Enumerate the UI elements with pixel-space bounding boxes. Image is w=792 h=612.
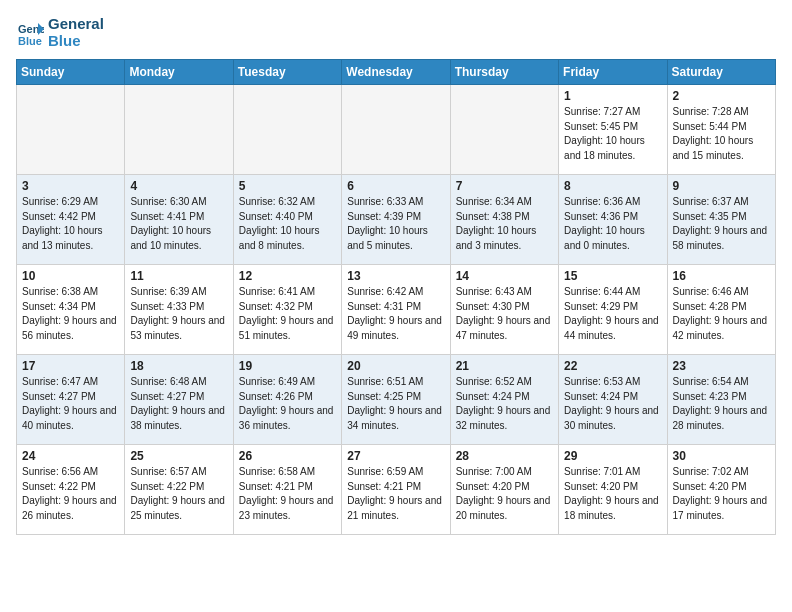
calendar-cell: 1Sunrise: 7:27 AM Sunset: 5:45 PM Daylig…	[559, 85, 667, 175]
weekday-header: Thursday	[450, 60, 558, 85]
day-number: 16	[673, 269, 770, 283]
day-number: 18	[130, 359, 227, 373]
day-number: 28	[456, 449, 553, 463]
calendar-cell: 13Sunrise: 6:42 AM Sunset: 4:31 PM Dayli…	[342, 265, 450, 355]
weekday-header: Wednesday	[342, 60, 450, 85]
day-info: Sunrise: 6:59 AM Sunset: 4:21 PM Dayligh…	[347, 465, 444, 523]
weekday-header: Monday	[125, 60, 233, 85]
calendar-cell: 12Sunrise: 6:41 AM Sunset: 4:32 PM Dayli…	[233, 265, 341, 355]
day-number: 3	[22, 179, 119, 193]
day-info: Sunrise: 6:49 AM Sunset: 4:26 PM Dayligh…	[239, 375, 336, 433]
calendar-cell	[125, 85, 233, 175]
calendar-cell: 15Sunrise: 6:44 AM Sunset: 4:29 PM Dayli…	[559, 265, 667, 355]
day-number: 14	[456, 269, 553, 283]
day-number: 12	[239, 269, 336, 283]
day-info: Sunrise: 6:47 AM Sunset: 4:27 PM Dayligh…	[22, 375, 119, 433]
calendar-cell: 4Sunrise: 6:30 AM Sunset: 4:41 PM Daylig…	[125, 175, 233, 265]
day-info: Sunrise: 6:30 AM Sunset: 4:41 PM Dayligh…	[130, 195, 227, 253]
day-number: 27	[347, 449, 444, 463]
day-number: 13	[347, 269, 444, 283]
day-info: Sunrise: 7:28 AM Sunset: 5:44 PM Dayligh…	[673, 105, 770, 163]
calendar-cell: 18Sunrise: 6:48 AM Sunset: 4:27 PM Dayli…	[125, 355, 233, 445]
day-info: Sunrise: 6:58 AM Sunset: 4:21 PM Dayligh…	[239, 465, 336, 523]
calendar-week-row: 1Sunrise: 7:27 AM Sunset: 5:45 PM Daylig…	[17, 85, 776, 175]
logo-text: General Blue	[48, 16, 104, 49]
day-info: Sunrise: 6:29 AM Sunset: 4:42 PM Dayligh…	[22, 195, 119, 253]
calendar-cell: 8Sunrise: 6:36 AM Sunset: 4:36 PM Daylig…	[559, 175, 667, 265]
day-number: 7	[456, 179, 553, 193]
weekday-header: Tuesday	[233, 60, 341, 85]
calendar-week-row: 3Sunrise: 6:29 AM Sunset: 4:42 PM Daylig…	[17, 175, 776, 265]
calendar-cell: 28Sunrise: 7:00 AM Sunset: 4:20 PM Dayli…	[450, 445, 558, 535]
day-info: Sunrise: 6:52 AM Sunset: 4:24 PM Dayligh…	[456, 375, 553, 433]
day-number: 24	[22, 449, 119, 463]
day-info: Sunrise: 6:51 AM Sunset: 4:25 PM Dayligh…	[347, 375, 444, 433]
calendar-cell: 7Sunrise: 6:34 AM Sunset: 4:38 PM Daylig…	[450, 175, 558, 265]
day-number: 5	[239, 179, 336, 193]
weekday-header: Friday	[559, 60, 667, 85]
day-number: 23	[673, 359, 770, 373]
calendar-cell	[450, 85, 558, 175]
day-info: Sunrise: 6:42 AM Sunset: 4:31 PM Dayligh…	[347, 285, 444, 343]
day-number: 21	[456, 359, 553, 373]
day-info: Sunrise: 6:57 AM Sunset: 4:22 PM Dayligh…	[130, 465, 227, 523]
calendar-cell: 21Sunrise: 6:52 AM Sunset: 4:24 PM Dayli…	[450, 355, 558, 445]
calendar-cell: 6Sunrise: 6:33 AM Sunset: 4:39 PM Daylig…	[342, 175, 450, 265]
header: General Blue General Blue	[16, 16, 776, 49]
day-info: Sunrise: 6:44 AM Sunset: 4:29 PM Dayligh…	[564, 285, 661, 343]
day-number: 20	[347, 359, 444, 373]
day-number: 10	[22, 269, 119, 283]
weekday-header: Sunday	[17, 60, 125, 85]
day-info: Sunrise: 7:27 AM Sunset: 5:45 PM Dayligh…	[564, 105, 661, 163]
calendar-cell: 3Sunrise: 6:29 AM Sunset: 4:42 PM Daylig…	[17, 175, 125, 265]
day-info: Sunrise: 6:37 AM Sunset: 4:35 PM Dayligh…	[673, 195, 770, 253]
day-info: Sunrise: 6:38 AM Sunset: 4:34 PM Dayligh…	[22, 285, 119, 343]
calendar-table: SundayMondayTuesdayWednesdayThursdayFrid…	[16, 59, 776, 535]
calendar-header-row: SundayMondayTuesdayWednesdayThursdayFrid…	[17, 60, 776, 85]
day-info: Sunrise: 6:53 AM Sunset: 4:24 PM Dayligh…	[564, 375, 661, 433]
calendar-cell	[233, 85, 341, 175]
day-number: 11	[130, 269, 227, 283]
day-number: 2	[673, 89, 770, 103]
calendar-cell: 14Sunrise: 6:43 AM Sunset: 4:30 PM Dayli…	[450, 265, 558, 355]
calendar-week-row: 10Sunrise: 6:38 AM Sunset: 4:34 PM Dayli…	[17, 265, 776, 355]
calendar-cell	[342, 85, 450, 175]
calendar-week-row: 17Sunrise: 6:47 AM Sunset: 4:27 PM Dayli…	[17, 355, 776, 445]
day-info: Sunrise: 6:48 AM Sunset: 4:27 PM Dayligh…	[130, 375, 227, 433]
calendar-cell: 27Sunrise: 6:59 AM Sunset: 4:21 PM Dayli…	[342, 445, 450, 535]
day-number: 6	[347, 179, 444, 193]
calendar-cell: 25Sunrise: 6:57 AM Sunset: 4:22 PM Dayli…	[125, 445, 233, 535]
day-info: Sunrise: 6:33 AM Sunset: 4:39 PM Dayligh…	[347, 195, 444, 253]
day-number: 29	[564, 449, 661, 463]
day-info: Sunrise: 6:56 AM Sunset: 4:22 PM Dayligh…	[22, 465, 119, 523]
day-number: 9	[673, 179, 770, 193]
calendar-cell: 16Sunrise: 6:46 AM Sunset: 4:28 PM Dayli…	[667, 265, 775, 355]
day-info: Sunrise: 6:41 AM Sunset: 4:32 PM Dayligh…	[239, 285, 336, 343]
day-number: 15	[564, 269, 661, 283]
day-number: 1	[564, 89, 661, 103]
calendar-cell: 30Sunrise: 7:02 AM Sunset: 4:20 PM Dayli…	[667, 445, 775, 535]
day-info: Sunrise: 6:54 AM Sunset: 4:23 PM Dayligh…	[673, 375, 770, 433]
day-info: Sunrise: 6:36 AM Sunset: 4:36 PM Dayligh…	[564, 195, 661, 253]
calendar-cell: 23Sunrise: 6:54 AM Sunset: 4:23 PM Dayli…	[667, 355, 775, 445]
calendar-week-row: 24Sunrise: 6:56 AM Sunset: 4:22 PM Dayli…	[17, 445, 776, 535]
calendar-cell: 29Sunrise: 7:01 AM Sunset: 4:20 PM Dayli…	[559, 445, 667, 535]
logo: General Blue General Blue	[16, 16, 104, 49]
calendar-cell: 24Sunrise: 6:56 AM Sunset: 4:22 PM Dayli…	[17, 445, 125, 535]
calendar-cell: 17Sunrise: 6:47 AM Sunset: 4:27 PM Dayli…	[17, 355, 125, 445]
day-number: 8	[564, 179, 661, 193]
calendar-cell: 5Sunrise: 6:32 AM Sunset: 4:40 PM Daylig…	[233, 175, 341, 265]
weekday-header: Saturday	[667, 60, 775, 85]
calendar-cell: 2Sunrise: 7:28 AM Sunset: 5:44 PM Daylig…	[667, 85, 775, 175]
day-info: Sunrise: 6:34 AM Sunset: 4:38 PM Dayligh…	[456, 195, 553, 253]
day-number: 26	[239, 449, 336, 463]
day-info: Sunrise: 6:43 AM Sunset: 4:30 PM Dayligh…	[456, 285, 553, 343]
calendar-cell: 9Sunrise: 6:37 AM Sunset: 4:35 PM Daylig…	[667, 175, 775, 265]
day-info: Sunrise: 6:32 AM Sunset: 4:40 PM Dayligh…	[239, 195, 336, 253]
calendar-cell: 19Sunrise: 6:49 AM Sunset: 4:26 PM Dayli…	[233, 355, 341, 445]
day-info: Sunrise: 6:39 AM Sunset: 4:33 PM Dayligh…	[130, 285, 227, 343]
day-info: Sunrise: 6:46 AM Sunset: 4:28 PM Dayligh…	[673, 285, 770, 343]
calendar-body: 1Sunrise: 7:27 AM Sunset: 5:45 PM Daylig…	[17, 85, 776, 535]
calendar-cell	[17, 85, 125, 175]
logo-icon: General Blue	[16, 19, 44, 47]
